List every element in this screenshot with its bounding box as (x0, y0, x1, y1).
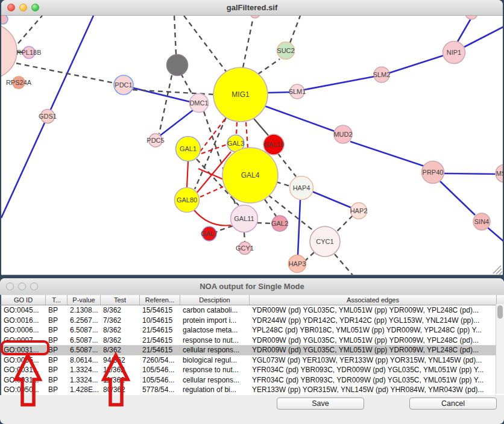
column-header-p-value[interactable]: P-value (68, 295, 101, 305)
table-cell: carbon cataboli... (180, 305, 250, 316)
network-edge (187, 161, 188, 188)
scrollbar-thumb[interactable] (497, 305, 503, 319)
node-label: MUD2 (333, 131, 352, 138)
column-header-go-id[interactable]: GO ID (1, 295, 46, 305)
table-cell: BP (46, 365, 68, 375)
close-button-inactive[interactable] (6, 282, 14, 290)
table-cell: cellular respons... (180, 375, 250, 385)
noa-window-title: NOA output for Single Mode (0, 278, 504, 295)
node-unlabeled[interactable] (1, 16, 8, 24)
network-edge (243, 17, 253, 67)
network-canvas[interactable]: RPL18BRPS24AGDS1PDC1DMC1PDC5SUC2SLM1SLM2… (1, 16, 503, 275)
table-cell: 1.428E... (68, 385, 101, 395)
table-cell: cellular respons... (180, 345, 250, 355)
table-cell: GO:0045... (1, 305, 46, 316)
table-row-3[interactable]: GO:0006...BP6.5087...8/36221/54615galact… (1, 325, 504, 335)
network-edge (440, 181, 475, 215)
table-cell: BP (46, 325, 68, 335)
minimize-button-inactive[interactable] (18, 282, 26, 290)
table-cell: GO:0016... (1, 316, 46, 326)
table-row-1[interactable]: GO:0045...BP2.1308...8/36215/54615carbon… (1, 305, 504, 316)
table-cell: YFR034C (pd) YBR093C, YDR009W (pd) YGL03… (250, 365, 497, 375)
table-row-4[interactable]: GO:0007...BP6.5087...8/36221/54615respon… (1, 335, 504, 346)
zoom-button-inactive[interactable] (30, 282, 38, 290)
node-label: GAL3 (227, 140, 244, 147)
node-label: DMC1 (189, 99, 208, 107)
table-cell: BP (46, 335, 68, 346)
node-label: RPL18B (17, 49, 42, 56)
node-label: GAL1 (180, 145, 197, 152)
table-cell: 8/362 (101, 305, 140, 316)
table-cell: 6.5087... (68, 335, 101, 346)
table-row-7[interactable]: GO:0031...BP1.3324...11/362105/546...res… (1, 365, 504, 375)
network-edge (246, 122, 248, 148)
table-cell: 94/362 (101, 355, 140, 366)
column-header-referen-[interactable]: Referen... (140, 295, 180, 305)
node-label: SIN4 (474, 218, 489, 225)
network-edge (198, 169, 225, 180)
network-edge (184, 16, 227, 72)
node-label: SLM2 (373, 71, 391, 78)
node-unlabeled[interactable] (465, 16, 477, 19)
cancel-button[interactable]: Cancel (409, 398, 497, 410)
node-unlabeled[interactable] (1, 23, 17, 79)
network-edge (444, 173, 497, 174)
network-edge (265, 106, 335, 131)
noa-window-titlebar[interactable]: NOA output for Single Mode (0, 278, 504, 295)
node-label: HAP3 (289, 260, 306, 267)
table-cell: BP (46, 355, 68, 366)
column-header-associated-edges[interactable]: Associated edges (250, 295, 497, 305)
table-cell: 6.5087... (68, 345, 101, 355)
network-edge (488, 228, 503, 243)
table-cell: 5778/54... (140, 385, 180, 395)
table-row-8[interactable]: GO:0031...BP1.3324...11/362105/546...cel… (1, 375, 504, 385)
table-cell: 8/362 (101, 345, 140, 355)
node-label: GCY1 (236, 245, 254, 252)
table-cell: YFR034C (pd) YBR093C, YDR009W (pd) YGL03… (250, 375, 497, 385)
table-cell: 7260/54... (140, 355, 180, 366)
network-window: galFiltered.sif RPL18BRPS24AGDS1PDC1DMC1… (1, 0, 503, 275)
table-row-5[interactable]: GO:0031...BP6.5087...8/36221/54615cellul… (1, 345, 504, 355)
table-row-2[interactable]: GO:0016...BP6.2567...7/36210/54615protei… (1, 316, 504, 326)
table-cell: 10/54615 (140, 316, 180, 326)
network-window-titlebar[interactable]: galFiltered.sif (1, 0, 503, 16)
table-body: GO:0045...BP2.1308...8/36215/54615carbon… (0, 305, 504, 395)
node-label: HAP2 (350, 207, 368, 214)
column-header-test[interactable]: Test (101, 295, 140, 305)
network-edge (174, 16, 176, 54)
table-cell: YPL248C (pd) YBR018C, YML051W (pp) YDR00… (250, 325, 497, 335)
network-edge (298, 200, 300, 255)
table-row-6[interactable]: GO:0065...BP8.0614...94/3627260/54...bio… (1, 355, 504, 366)
table-scrollbar[interactable] (496, 304, 504, 394)
table-cell: YDR009W (pd) YGL035C, YML051W (pp) YDR00… (250, 335, 497, 346)
node-label: CYC1 (316, 238, 333, 245)
close-button[interactable] (7, 4, 15, 11)
table-cell: 11/362 (101, 365, 140, 375)
table-cell: 21/54615 (140, 345, 180, 355)
table-cell: 1.3324... (68, 365, 101, 375)
table-cell: BP (46, 316, 68, 326)
table-cell: GO:0006... (1, 325, 46, 335)
table-cell: response to nut... (180, 365, 250, 375)
table-cell: GO:0031... (1, 345, 46, 355)
network-graph[interactable]: RPL18BRPS24AGDS1PDC1DMC1PDC5SUC2SLM1SLM2… (1, 16, 503, 275)
table-cell: 11/362 (101, 375, 140, 385)
node-label: SLM1 (289, 88, 306, 95)
node-unlabeled[interactable] (250, 16, 260, 18)
table-cell: 21/54615 (140, 325, 180, 335)
table-cell: galactose meta... (180, 325, 250, 335)
network-edge (304, 76, 374, 90)
zoom-button[interactable] (31, 4, 39, 11)
minimize-button[interactable] (19, 4, 27, 11)
save-button[interactable]: Save (277, 398, 364, 410)
node-label: HAP4 (293, 184, 310, 192)
column-header-t-[interactable]: T... (46, 295, 68, 305)
network-edge (278, 154, 296, 176)
table-cell: BP (46, 305, 68, 316)
node-unlabeled[interactable] (167, 55, 188, 76)
table-row-9[interactable]: GO:0050...BP1.428E...80/3625778/54...reg… (1, 385, 504, 395)
node-label: NIP1 (447, 49, 461, 56)
resize-grip-icon[interactable] (493, 266, 502, 275)
column-header-desciption[interactable]: Desciption (180, 295, 250, 305)
network-edge (458, 19, 471, 42)
